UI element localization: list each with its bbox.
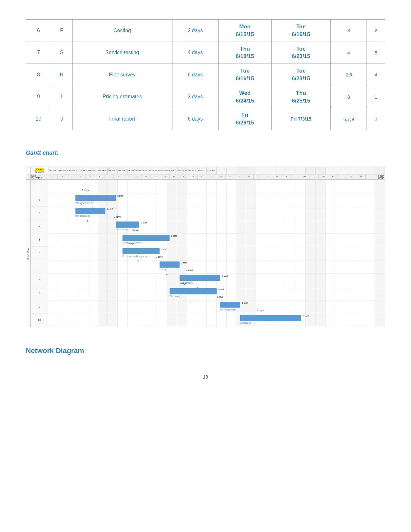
gantt-grid-row [48,260,385,261]
date-col [365,167,375,174]
date-col: Thu Jun 25 [157,167,167,174]
sub-date-col: 31 [328,174,338,179]
date-col: Fri Jul 3 [197,167,207,174]
date-col [306,167,316,174]
gantt-grid-row [48,287,385,287]
gantt-side-label: Gantt Chart [26,180,31,327]
gantt-grid-col [207,180,217,327]
date-col: Wed Jun 3 [58,167,68,174]
table-row: 9 I Pricing estimates 2 days Wed6/24/15 … [26,86,385,108]
date-col: Mon Jun 29 [177,167,187,174]
gantt-row-label: 5 [31,247,48,260]
row-code: I [51,86,72,108]
gantt-bar [160,261,180,268]
gantt-task-letter: I [227,314,227,316]
date-col [286,167,296,174]
gantt-task-name: Market research [75,215,91,217]
date-col [227,167,237,174]
sub-date-col: 16 [188,174,198,179]
gantt-staff-label: 3 staff [161,248,167,251]
sub-date-col: 33 [347,174,356,179]
row-duration: 2 days [172,20,218,42]
date-col [256,167,266,174]
date-col [266,167,276,174]
gantt-grid-col [365,180,375,327]
gantt-staff-label: 2 staff [302,315,308,317]
gantt-bar [122,248,160,254]
network-title: Network Diagram [26,347,385,355]
row-deps: 6,7,9 [330,108,367,130]
gantt-staff-label: 5 staff [222,275,228,277]
sub-date-col: 24 [263,174,272,179]
gantt-bar [170,288,217,294]
gantt-duration-label: 2 days [156,256,163,258]
gantt-grid-col [306,180,316,327]
gantt-grid-col [296,180,306,327]
date-col [326,167,336,174]
sub-date-col: 28 [300,174,309,179]
sub-date-col: 6 [95,174,104,179]
gantt-duration-label: 5 days [132,229,139,231]
row-deps: 4 [330,42,367,64]
sub-date-col: 23 [254,174,263,179]
sub-date-col: 32 [338,174,347,179]
date-col [246,167,256,174]
gantt-grid-row [48,193,385,193]
gantt-bar [116,222,139,228]
gantt-grid-col [276,180,286,327]
row-staff: 2 [367,20,385,42]
gantt-staff-label: 3 staff [107,208,113,210]
gantt-task-letter: B [87,220,89,222]
row-start: Mon6/15/15 [218,20,271,42]
row-deps: 8 [330,86,367,108]
gantt-row-label: 10 [31,314,48,327]
date-col [236,167,246,174]
gantt-grid-row [48,233,385,234]
row-staff: 5 [367,42,385,64]
start-label: Start [31,175,36,177]
sub-date-col: 8 [114,174,123,179]
gantt-grid-row [48,247,385,247]
row-staff: 2 [367,108,385,130]
gantt-staff-label: 2 staff [181,261,187,264]
row-start: Tue6/16/15 [218,64,271,86]
date-col: Mon Jun 1 [48,167,58,174]
sub-date-col: 12 [151,174,160,179]
gantt-staff-label: 2 staff [141,222,147,224]
sub-date-col: 10 [132,174,142,179]
date-col: Fri Jun 5 [68,167,78,174]
sub-date-col: 7 [104,174,114,179]
task-table: 6 F Costing 2 days Mon6/15/15 Tue6/16/15… [26,19,385,130]
row-start: Thu6/18/15 [218,42,271,64]
gantt-grid-col [58,180,68,327]
gantt-grid-row [48,220,385,220]
sub-date-col: 11 [142,174,151,179]
row-name: Pilot survey [72,64,172,86]
row-duration: 6 days [172,64,218,86]
date-col: Sat Jun 27 [167,167,177,174]
sub-date-col: 2 [58,174,67,179]
gantt-duration-label: 4 days [186,269,193,271]
gantt-grid-col [197,180,207,327]
gantt-bar [122,235,170,241]
sub-date-col: 34 [356,174,366,179]
gantt-grid-col [326,180,336,327]
gantt-staff-label: 4 staff [218,288,224,291]
sub-date-col: 27 [291,174,300,179]
sub-date-col: 13 [160,174,170,179]
row-id: 9 [26,86,51,108]
gantt-grid-col [335,180,345,327]
row-end: Tue6/23/15 [271,42,330,64]
sub-date-col: 26 [281,174,291,179]
date-col: Sat Jun 13 [98,167,108,174]
date-col: Sun Jul 5 [207,167,217,174]
gantt-row-label: 1 [31,193,48,206]
date-col [296,167,306,174]
row-code: H [51,64,72,86]
date-col: Sun Jun 7 [78,167,88,174]
date-col: Tue Jun 23 [147,167,157,174]
gantt-task-name: Final report [240,322,251,324]
gantt-grid-col [187,180,197,327]
table-row: 7 G Service testing 4 days Thu6/18/15 Tu… [26,42,385,64]
row-end: Fri 7/3/15 [271,108,330,130]
